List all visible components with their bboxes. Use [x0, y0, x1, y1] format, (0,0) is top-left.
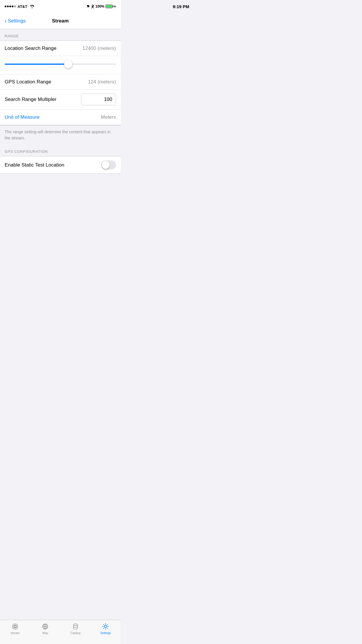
- gps-location-range-row: GPS Location Range 124 (meters): [0, 74, 121, 90]
- status-bar: AT&T 9:19 PM 100%: [0, 0, 121, 13]
- back-button[interactable]: ‹ Settings: [5, 18, 26, 24]
- toggle-knob: [102, 161, 110, 169]
- wifi-icon: [30, 5, 34, 8]
- location-search-slider[interactable]: [5, 58, 116, 70]
- main-content: RANGE Location Search Range 12400 (meter…: [0, 29, 121, 200]
- location-search-range-label: Location Search Range: [5, 46, 57, 51]
- range-footer-note: The range setting will detemine the cont…: [0, 125, 121, 145]
- slider-thumb[interactable]: [64, 60, 72, 68]
- slider-track-fill: [5, 64, 68, 65]
- gps-location-range-value: 124 (meters): [88, 79, 116, 85]
- status-left: AT&T: [5, 4, 34, 9]
- battery-percent: 100%: [95, 4, 104, 8]
- enable-static-test-location-toggle[interactable]: [101, 160, 116, 169]
- location-search-slider-row: [0, 56, 121, 74]
- gps-config-card: Enable Static Test Location: [0, 156, 121, 174]
- page-title: Stream: [52, 18, 69, 24]
- location-search-range-value: 12400 (meters): [82, 46, 116, 51]
- location-icon: [87, 5, 90, 8]
- status-right: 100%: [87, 4, 116, 8]
- search-range-multiplier-label: Search Range Multipler: [5, 97, 57, 102]
- carrier-label: AT&T: [17, 4, 27, 9]
- search-range-multiplier-input[interactable]: [81, 94, 116, 105]
- enable-static-test-location-row: Enable Static Test Location: [0, 156, 121, 174]
- gps-location-range-label: GPS Location Range: [5, 79, 51, 85]
- search-range-multiplier-row: Search Range Multipler: [0, 90, 121, 110]
- charging-icon: [114, 4, 116, 8]
- battery-icon: [106, 5, 113, 8]
- bluetooth-icon: [91, 4, 94, 8]
- enable-static-test-location-label: Enable Static Test Location: [5, 162, 64, 168]
- back-chevron-icon: ‹: [5, 18, 7, 24]
- nav-bar: ‹ Settings Stream: [0, 13, 121, 29]
- range-card: Location Search Range 12400 (meters) GPS…: [0, 41, 121, 125]
- unit-of-measure-value: Meters: [101, 114, 116, 120]
- location-search-range-row: Location Search Range 12400 (meters): [0, 41, 121, 56]
- unit-of-measure-row[interactable]: Unit of Measure Meters: [0, 110, 121, 125]
- gps-config-section-header: GPS CONFIGURATION: [0, 145, 121, 156]
- back-label: Settings: [8, 18, 26, 24]
- range-section-header: RANGE: [0, 29, 121, 41]
- signal-icon: [5, 6, 16, 7]
- unit-of-measure-label: Unit of Measure: [5, 114, 40, 120]
